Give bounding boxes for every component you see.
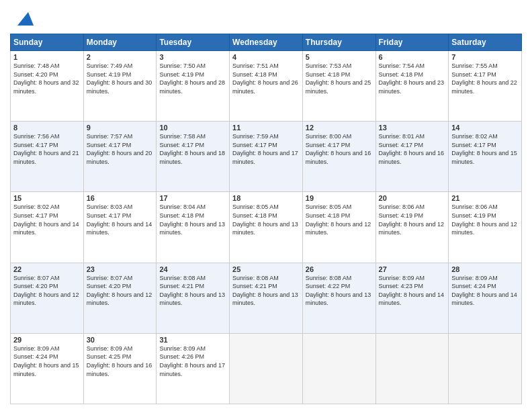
day-cell-6: 6Sunrise: 7:54 AMSunset: 4:18 PMDaylight… xyxy=(375,51,449,122)
day-cell-8: 8Sunrise: 7:56 AMSunset: 4:17 PMDaylight… xyxy=(11,122,84,192)
day-info: Sunrise: 8:01 AMSunset: 4:17 PMDaylight:… xyxy=(379,133,445,165)
day-number: 12 xyxy=(306,124,373,132)
day-info: Sunrise: 8:00 AMSunset: 4:17 PMDaylight:… xyxy=(306,133,371,165)
day-info: Sunrise: 7:51 AMSunset: 4:18 PMDaylight:… xyxy=(232,62,298,95)
day-number: 2 xyxy=(87,53,154,61)
day-header-wednesday: Wednesday xyxy=(230,34,303,51)
calendar-body: 1Sunrise: 7:48 AMSunset: 4:20 PMDaylight… xyxy=(11,51,522,404)
day-header-sunday: Sunday xyxy=(11,34,84,51)
day-info: Sunrise: 8:07 AMSunset: 4:20 PMDaylight:… xyxy=(87,275,152,307)
week-row-1: 1Sunrise: 7:48 AMSunset: 4:20 PMDaylight… xyxy=(11,51,522,122)
empty-cell xyxy=(302,333,375,404)
day-cell-5: 5Sunrise: 7:53 AMSunset: 4:18 PMDaylight… xyxy=(302,51,375,122)
day-info: Sunrise: 7:57 AMSunset: 4:17 PMDaylight:… xyxy=(87,133,152,165)
day-info: Sunrise: 7:53 AMSunset: 4:18 PMDaylight:… xyxy=(306,62,371,95)
day-number: 3 xyxy=(159,53,226,61)
day-cell-24: 24Sunrise: 8:08 AMSunset: 4:21 PMDayligh… xyxy=(157,263,230,333)
day-number: 20 xyxy=(379,194,446,202)
day-cell-4: 4Sunrise: 7:51 AMSunset: 4:18 PMDaylight… xyxy=(230,51,303,122)
day-info: Sunrise: 7:56 AMSunset: 4:17 PMDaylight:… xyxy=(13,133,79,165)
day-cell-2: 2Sunrise: 7:49 AMSunset: 4:19 PMDaylight… xyxy=(83,51,157,122)
day-info: Sunrise: 8:09 AMSunset: 4:23 PMDaylight:… xyxy=(379,275,445,307)
day-cell-26: 26Sunrise: 8:08 AMSunset: 4:22 PMDayligh… xyxy=(302,263,375,333)
day-info: Sunrise: 7:49 AMSunset: 4:19 PMDaylight:… xyxy=(87,62,152,95)
day-header-friday: Friday xyxy=(375,34,449,51)
day-info: Sunrise: 8:07 AMSunset: 4:20 PMDaylight:… xyxy=(13,275,79,307)
day-number: 6 xyxy=(379,53,446,61)
day-cell-23: 23Sunrise: 8:07 AMSunset: 4:20 PMDayligh… xyxy=(83,263,157,333)
day-header-thursday: Thursday xyxy=(302,34,375,51)
day-cell-28: 28Sunrise: 8:09 AMSunset: 4:24 PMDayligh… xyxy=(449,263,522,333)
day-number: 4 xyxy=(232,53,300,61)
day-info: Sunrise: 8:09 AMSunset: 4:24 PMDaylight:… xyxy=(13,345,79,377)
day-cell-17: 17Sunrise: 8:04 AMSunset: 4:18 PMDayligh… xyxy=(157,192,230,263)
day-info: Sunrise: 8:09 AMSunset: 4:24 PMDaylight:… xyxy=(451,275,517,307)
day-cell-1: 1Sunrise: 7:48 AMSunset: 4:20 PMDaylight… xyxy=(11,51,84,122)
calendar-header-row: SundayMondayTuesdayWednesdayThursdayFrid… xyxy=(11,34,522,51)
day-number: 27 xyxy=(379,265,446,273)
day-cell-14: 14Sunrise: 8:02 AMSunset: 4:17 PMDayligh… xyxy=(449,122,522,192)
day-cell-29: 29Sunrise: 8:09 AMSunset: 4:24 PMDayligh… xyxy=(11,333,84,404)
day-info: Sunrise: 8:02 AMSunset: 4:17 PMDaylight:… xyxy=(451,133,517,165)
day-number: 19 xyxy=(306,194,373,202)
day-number: 16 xyxy=(87,194,154,202)
day-info: Sunrise: 8:05 AMSunset: 4:18 PMDaylight:… xyxy=(232,203,298,236)
day-header-tuesday: Tuesday xyxy=(157,34,230,51)
day-cell-27: 27Sunrise: 8:09 AMSunset: 4:23 PMDayligh… xyxy=(375,263,449,333)
week-row-4: 22Sunrise: 8:07 AMSunset: 4:20 PMDayligh… xyxy=(11,263,522,333)
day-number: 25 xyxy=(232,265,300,273)
day-cell-16: 16Sunrise: 8:03 AMSunset: 4:17 PMDayligh… xyxy=(83,192,157,263)
day-cell-31: 31Sunrise: 8:09 AMSunset: 4:26 PMDayligh… xyxy=(157,333,230,404)
day-info: Sunrise: 7:48 AMSunset: 4:20 PMDaylight:… xyxy=(13,62,79,95)
day-cell-10: 10Sunrise: 7:58 AMSunset: 4:17 PMDayligh… xyxy=(157,122,230,192)
day-cell-21: 21Sunrise: 8:06 AMSunset: 4:19 PMDayligh… xyxy=(449,192,522,263)
day-info: Sunrise: 8:04 AMSunset: 4:18 PMDaylight:… xyxy=(159,203,225,236)
day-info: Sunrise: 8:08 AMSunset: 4:21 PMDaylight:… xyxy=(159,275,225,307)
day-number: 14 xyxy=(451,124,519,132)
day-number: 1 xyxy=(13,53,81,61)
day-cell-13: 13Sunrise: 8:01 AMSunset: 4:17 PMDayligh… xyxy=(375,122,449,192)
day-number: 13 xyxy=(379,124,446,132)
day-cell-20: 20Sunrise: 8:06 AMSunset: 4:19 PMDayligh… xyxy=(375,192,449,263)
day-info: Sunrise: 7:58 AMSunset: 4:17 PMDaylight:… xyxy=(159,133,225,165)
day-number: 8 xyxy=(13,124,81,132)
day-number: 9 xyxy=(87,124,154,132)
day-info: Sunrise: 8:02 AMSunset: 4:17 PMDaylight:… xyxy=(13,203,79,236)
day-number: 23 xyxy=(87,265,154,273)
day-number: 31 xyxy=(159,336,226,344)
day-header-saturday: Saturday xyxy=(449,34,522,51)
week-row-5: 29Sunrise: 8:09 AMSunset: 4:24 PMDayligh… xyxy=(11,333,522,404)
day-cell-30: 30Sunrise: 8:09 AMSunset: 4:25 PMDayligh… xyxy=(83,333,157,404)
day-number: 15 xyxy=(13,194,81,202)
logo-icon xyxy=(12,7,34,28)
calendar-table: SundayMondayTuesdayWednesdayThursdayFrid… xyxy=(10,34,522,404)
day-info: Sunrise: 8:05 AMSunset: 4:18 PMDaylight:… xyxy=(306,203,371,236)
day-info: Sunrise: 8:06 AMSunset: 4:19 PMDaylight:… xyxy=(451,203,517,236)
day-number: 17 xyxy=(159,194,226,202)
header xyxy=(10,7,522,28)
day-info: Sunrise: 8:09 AMSunset: 4:25 PMDaylight:… xyxy=(87,345,152,377)
empty-cell xyxy=(230,333,303,404)
day-number: 7 xyxy=(451,53,519,61)
day-number: 5 xyxy=(306,53,373,61)
day-number: 10 xyxy=(159,124,226,132)
day-cell-12: 12Sunrise: 8:00 AMSunset: 4:17 PMDayligh… xyxy=(302,122,375,192)
svg-marker-0 xyxy=(17,12,34,26)
day-info: Sunrise: 7:54 AMSunset: 4:18 PMDaylight:… xyxy=(379,62,445,95)
day-number: 24 xyxy=(159,265,226,273)
day-number: 11 xyxy=(232,124,300,132)
day-number: 26 xyxy=(306,265,373,273)
day-number: 21 xyxy=(451,194,519,202)
week-row-3: 15Sunrise: 8:02 AMSunset: 4:17 PMDayligh… xyxy=(11,192,522,263)
day-info: Sunrise: 8:08 AMSunset: 4:22 PMDaylight:… xyxy=(306,275,371,307)
day-number: 22 xyxy=(13,265,81,273)
day-cell-25: 25Sunrise: 8:08 AMSunset: 4:21 PMDayligh… xyxy=(230,263,303,333)
day-number: 28 xyxy=(451,265,519,273)
day-cell-9: 9Sunrise: 7:57 AMSunset: 4:17 PMDaylight… xyxy=(83,122,157,192)
day-cell-15: 15Sunrise: 8:02 AMSunset: 4:17 PMDayligh… xyxy=(11,192,84,263)
empty-cell xyxy=(449,333,522,404)
day-info: Sunrise: 8:06 AMSunset: 4:19 PMDaylight:… xyxy=(379,203,445,236)
day-cell-18: 18Sunrise: 8:05 AMSunset: 4:18 PMDayligh… xyxy=(230,192,303,263)
day-info: Sunrise: 8:08 AMSunset: 4:21 PMDaylight:… xyxy=(232,275,298,307)
day-cell-19: 19Sunrise: 8:05 AMSunset: 4:18 PMDayligh… xyxy=(302,192,375,263)
